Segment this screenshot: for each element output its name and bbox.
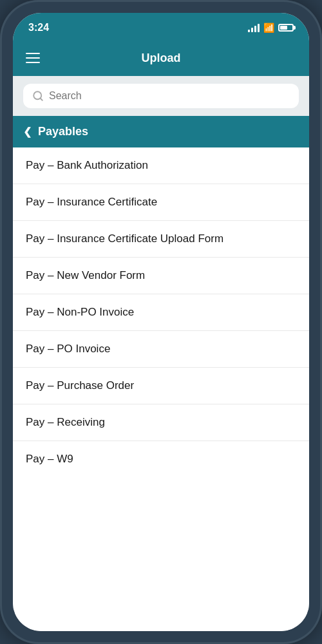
list-item[interactable]: Pay – W9: [13, 441, 309, 477]
search-icon: [32, 90, 44, 102]
svg-line-1: [40, 98, 42, 100]
status-time: 3:24: [28, 22, 49, 33]
list-item[interactable]: Pay – Receiving: [13, 404, 309, 441]
list-item[interactable]: Pay – Purchase Order: [13, 368, 309, 404]
list-item[interactable]: Pay – PO Invoice: [13, 331, 309, 368]
payables-section-header[interactable]: ❮ Payables: [13, 116, 309, 147]
payables-list: Pay – Bank AuthorizationPay – Insurance …: [13, 147, 309, 477]
chevron-down-icon: ❮: [23, 126, 32, 138]
search-input[interactable]: [49, 90, 290, 102]
header-title: Upload: [142, 52, 181, 65]
status-icons: 📶: [248, 23, 294, 33]
signal-bars-icon: [248, 23, 260, 32]
signal-bar-3: [254, 26, 256, 32]
battery-fill: [280, 26, 287, 30]
hamburger-menu-button[interactable]: [26, 53, 40, 63]
hamburger-line-1: [26, 53, 40, 54]
list-item[interactable]: Pay – Insurance Certificate: [13, 184, 309, 221]
content-area: ❮ Payables Pay – Bank AuthorizationPay –…: [13, 116, 309, 631]
hamburger-line-2: [26, 57, 40, 59]
search-container: [13, 76, 309, 116]
wifi-icon: 📶: [263, 23, 274, 33]
search-input-wrapper: [23, 84, 299, 108]
battery-icon: [278, 24, 294, 32]
signal-bar-1: [248, 30, 250, 32]
list-item[interactable]: Pay – Non-PO Invoice: [13, 294, 309, 331]
signal-bar-4: [258, 24, 260, 32]
phone-screen: 3:24 📶 Upload: [13, 13, 309, 631]
list-item[interactable]: Pay – New Vendor Form: [13, 258, 309, 294]
signal-bar-2: [251, 28, 253, 32]
app-header: Upload: [13, 40, 309, 76]
phone-frame: 3:24 📶 Upload: [0, 0, 322, 644]
payables-section-title: Payables: [38, 125, 88, 138]
list-item[interactable]: Pay – Bank Authorization: [13, 147, 309, 184]
hamburger-line-3: [26, 62, 40, 63]
status-bar: 3:24 📶: [13, 13, 309, 40]
list-item[interactable]: Pay – Insurance Certificate Upload Form: [13, 221, 309, 258]
